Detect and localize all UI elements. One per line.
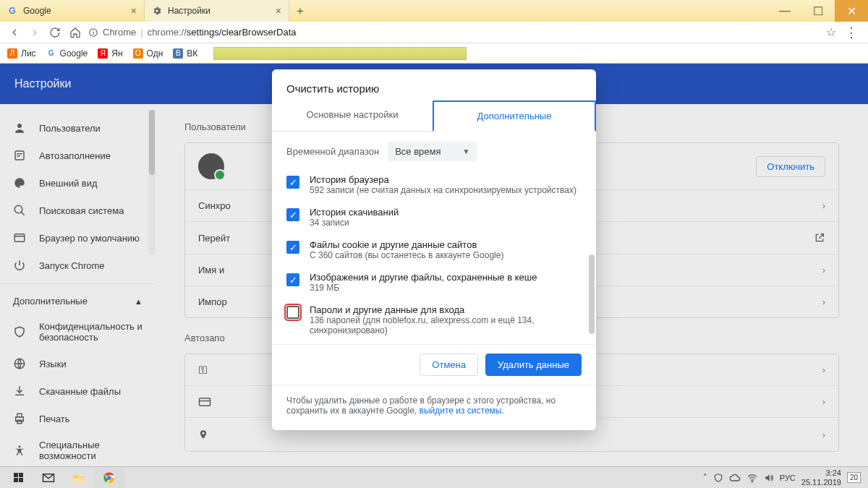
clear-data-item: ✓История скачиваний34 записи (286, 201, 582, 234)
checkbox-sublabel: 136 паролей (для noblefox.ru, aliexpress… (310, 315, 582, 335)
bookmarks-bar: ЛЛис GGoogle ЯЯн ООдн ВВК (0, 43, 868, 64)
new-tab-button[interactable]: ＋ (289, 0, 311, 22)
checkbox[interactable]: ✓ (286, 208, 299, 221)
taskview-button[interactable] (33, 468, 64, 488)
tab-basic[interactable]: Основные настройки (272, 100, 433, 131)
address-url: chrome://settings/clearBrowserData (148, 27, 297, 38)
checkbox-sublabel: 319 МБ (310, 283, 537, 293)
windows-taskbar: ˄ РУС 3:24 25.11.2019 20 (0, 466, 868, 488)
checkbox[interactable]: ✓ (286, 306, 299, 319)
dialog-title: Очистить историю (272, 69, 596, 100)
clear-data-item: ✓Файлы cookie и другие данные сайтовС 36… (286, 234, 582, 266)
close-window-button[interactable]: ✕ (835, 0, 868, 22)
close-tab-icon[interactable]: × (276, 5, 281, 17)
svg-point-22 (752, 481, 752, 481)
start-button[interactable] (3, 468, 33, 488)
forward-button[interactable] (27, 25, 42, 40)
close-tab-icon[interactable]: × (131, 5, 137, 17)
explorer-button[interactable] (64, 468, 94, 488)
confirm-button[interactable]: Удалить данные (485, 354, 582, 376)
cancel-button[interactable]: Отмена (420, 354, 478, 376)
checkbox-sublabel: С 360 сайтов (вы останетесь в аккаунте G… (310, 250, 503, 260)
minimize-button[interactable]: — (768, 0, 801, 22)
checkbox[interactable]: ✓ (286, 241, 299, 254)
bookmark-item[interactable]: ЛЛис (7, 48, 36, 59)
home-button[interactable] (68, 25, 82, 40)
checkbox[interactable]: ✓ (286, 273, 299, 286)
time-range-row: Временной диапазон Все время ▼ (286, 142, 582, 161)
dialog-scrollbar[interactable] (589, 254, 595, 334)
time-range-select[interactable]: Все время ▼ (388, 142, 477, 161)
bookmark-star-icon[interactable]: ☆ (826, 25, 836, 39)
time-range-label: Временной диапазон (286, 146, 379, 157)
bookmark-item[interactable]: ВВК (173, 48, 197, 59)
gear-favicon (152, 6, 162, 16)
windows-logo-icon (14, 473, 23, 482)
bookmark-item[interactable]: GGoogle (46, 48, 88, 59)
checkbox-sublabel: 592 записи (не считая данных на синхрони… (310, 185, 576, 195)
maximize-button[interactable]: ☐ (801, 0, 835, 22)
bookmark-item[interactable]: ООдн (133, 48, 163, 59)
system-tray: ˄ РУС 3:24 25.11.2019 20 (703, 468, 865, 486)
back-button[interactable] (7, 25, 22, 40)
clear-data-item: ✓История браузера592 записи (не считая д… (286, 168, 582, 201)
chrome-button[interactable] (94, 468, 124, 488)
bookmark-item[interactable]: ЯЯн (98, 48, 122, 59)
chevron-down-icon: ▼ (463, 147, 470, 155)
checkbox-label: Изображения и другие файлы, сохраненные … (310, 272, 537, 283)
svg-rect-2 (93, 30, 93, 30)
sign-out-link[interactable]: выйдите из системы (420, 406, 502, 416)
dialog-actions: Отмена Удалить данные (272, 344, 596, 385)
google-favicon: G (7, 6, 17, 16)
checkbox-sublabel: 34 записи (310, 218, 399, 228)
tray-language[interactable]: РУС (780, 474, 796, 482)
checkbox[interactable]: ✓ (286, 176, 299, 189)
site-info-icon[interactable] (88, 27, 98, 38)
tab-title: Google (23, 6, 51, 16)
tray-clock[interactable]: 3:24 25.11.2019 (801, 468, 841, 486)
checkbox-label: История браузера (310, 174, 576, 185)
clear-data-item: ✓Пароли и другие данные для входа136 пар… (286, 299, 582, 341)
checkbox-label: Пароли и другие данные для входа (310, 304, 582, 315)
address-bar[interactable]: Chrome | chrome://settings/clearBrowserD… (88, 25, 836, 39)
tab-advanced[interactable]: Дополнительные (433, 100, 596, 132)
svg-rect-1 (93, 31, 93, 34)
tray-notifications[interactable]: 20 (847, 472, 861, 483)
tray-cloud-icon[interactable] (729, 474, 741, 482)
browser-menu-button[interactable]: ⋮ (842, 25, 861, 40)
tray-volume-icon[interactable] (764, 473, 774, 483)
checkbox-label: Файлы cookie и другие данные сайтов (310, 239, 503, 250)
tray-wifi-icon[interactable] (746, 474, 758, 482)
checkbox-label: История скачиваний (310, 207, 399, 218)
tab-title: Настройки (168, 6, 210, 16)
reload-button[interactable] (48, 25, 62, 40)
clear-data-item: ✓Изображения и другие файлы, сохраненные… (286, 266, 582, 299)
tray-defender-icon[interactable] (713, 473, 723, 483)
browser-toolbar: Chrome | chrome://settings/clearBrowserD… (0, 22, 868, 43)
window-controls: — ☐ ✕ (768, 0, 868, 22)
dialog-footer: Чтобы удалить данные о работе в браузере… (272, 385, 596, 430)
window-titlebar: G Google × Настройки × ＋ — ☐ ✕ (0, 0, 868, 22)
dialog-body: Временной диапазон Все время ▼ ✓История … (272, 132, 596, 344)
browser-tab-settings[interactable]: Настройки × (145, 0, 289, 22)
clear-browsing-data-dialog: Очистить историю Основные настройки Допо… (272, 69, 596, 430)
tray-chevron-icon[interactable]: ˄ (703, 473, 707, 482)
bookmark-search-strip[interactable] (213, 47, 467, 60)
browser-tab-google[interactable]: G Google × (0, 0, 145, 22)
dialog-tabs: Основные настройки Дополнительные (272, 100, 596, 132)
address-prefix: Chrome (103, 27, 136, 38)
svg-rect-19 (74, 478, 85, 481)
